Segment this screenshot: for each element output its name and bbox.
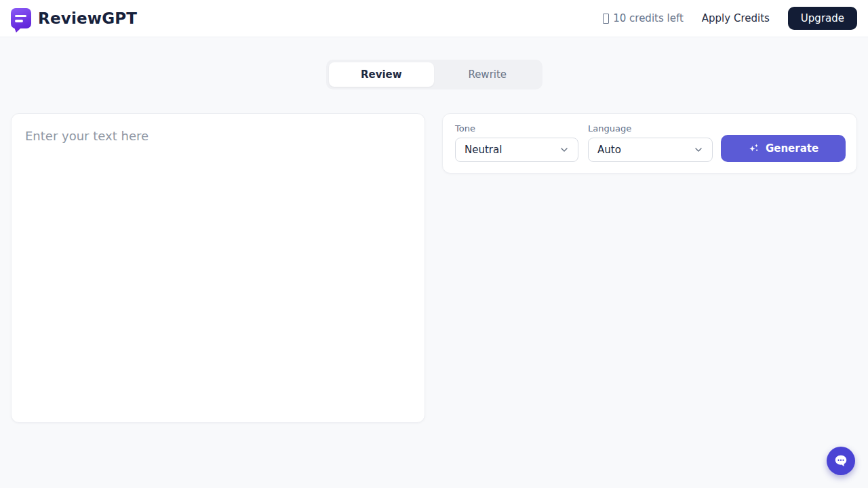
generate-button[interactable]: Generate [721, 135, 846, 162]
credits-icon [603, 14, 609, 24]
tone-select[interactable]: Neutral [455, 138, 578, 162]
header: ReviewGPT 10 credits left Apply Credits … [0, 0, 868, 37]
language-field: Language Auto [588, 123, 713, 162]
upgrade-button[interactable]: Upgrade [788, 7, 857, 30]
brand[interactable]: ReviewGPT [11, 8, 137, 28]
chat-dots-icon [833, 453, 848, 468]
language-select[interactable]: Auto [588, 138, 713, 162]
brand-title: ReviewGPT [38, 9, 137, 27]
credits-counter: 10 credits left [603, 12, 684, 24]
tab-rewrite[interactable]: Rewrite [435, 62, 540, 87]
tab-review[interactable]: Review [329, 62, 434, 87]
tone-field: Tone Neutral [455, 123, 578, 162]
chevron-down-icon [559, 144, 570, 155]
apply-credits-link[interactable]: Apply Credits [702, 12, 770, 24]
generate-label: Generate [766, 142, 818, 155]
controls-card: Tone Neutral Language Auto Generate [442, 113, 857, 174]
header-right: 10 credits left Apply Credits Upgrade [603, 7, 857, 30]
text-input[interactable] [12, 114, 425, 422]
chevron-down-icon [693, 144, 704, 155]
language-value: Auto [597, 144, 621, 156]
credits-text: 10 credits left [613, 12, 684, 24]
chat-widget-button[interactable] [827, 447, 855, 475]
mode-tabs: Review Rewrite [326, 60, 542, 89]
editor-card [11, 113, 425, 423]
tone-label: Tone [455, 123, 578, 134]
chat-bubble-logo-icon [11, 8, 31, 28]
language-label: Language [588, 123, 713, 134]
sparkles-icon [748, 142, 760, 155]
tone-value: Neutral [465, 144, 502, 156]
